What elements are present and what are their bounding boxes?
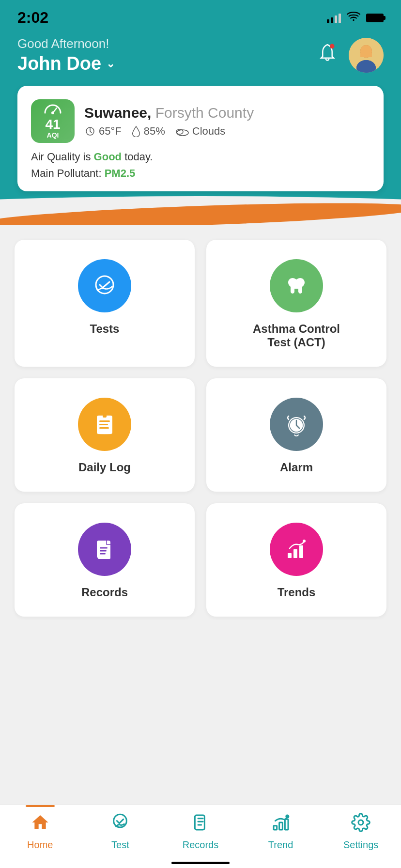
tests-icon <box>78 259 131 312</box>
aqi-gauge-icon <box>43 103 62 117</box>
alarm-label: Alarm <box>280 461 313 474</box>
svg-point-8 <box>51 111 54 114</box>
aqi-number: 41 <box>45 118 60 131</box>
svg-rect-14 <box>99 420 110 422</box>
tests-card[interactable]: Tests <box>15 240 195 367</box>
records-card[interactable]: Records <box>15 503 195 617</box>
user-name[interactable]: John Doe ⌄ <box>17 53 115 74</box>
svg-rect-16 <box>99 427 109 429</box>
home-icon <box>31 813 50 837</box>
svg-point-28 <box>303 540 306 542</box>
nav-test-label: Test <box>111 839 129 851</box>
records-nav-icon <box>191 813 210 837</box>
aqi-card-top: 41 AQI Suwanee, Forsyth County 65°F 85% <box>31 99 370 143</box>
svg-rect-17 <box>103 414 107 418</box>
nav-records-label: Records <box>183 839 218 851</box>
header: Good Afternoon! John Doe ⌄ <box>0 31 401 74</box>
wifi-icon <box>347 11 360 25</box>
settings-icon <box>351 813 370 837</box>
svg-rect-31 <box>279 822 282 830</box>
svg-rect-27 <box>299 545 303 558</box>
greeting-text: Good Afternoon! <box>17 36 115 51</box>
asthma-icon <box>270 259 323 312</box>
svg-rect-22 <box>100 547 108 549</box>
trends-icon <box>270 523 323 576</box>
svg-rect-30 <box>274 826 277 830</box>
status-bar: 2:02 <box>0 0 401 31</box>
nav-settings[interactable]: Settings <box>321 813 401 851</box>
aqi-quality-text: Air Quality is Good today. <box>31 151 370 163</box>
aqi-card[interactable]: 41 AQI Suwanee, Forsyth County 65°F 85% <box>17 86 384 191</box>
daily-log-card[interactable]: Daily Log <box>15 378 195 492</box>
battery-icon <box>366 14 384 22</box>
home-indicator <box>171 862 230 864</box>
nav-home-label: Home <box>27 839 53 851</box>
aqi-pollutant-text: Main Pollutant: PM2.5 <box>31 167 370 180</box>
alarm-icon <box>270 398 323 451</box>
nav-home[interactable]: Home <box>0 813 80 851</box>
aqi-location-info: Suwanee, Forsyth County 65°F 85% Clouds <box>84 105 254 138</box>
grid-section: Tests Asthma ControlTest (ACT) <box>0 225 401 675</box>
nav-records[interactable]: Records <box>160 813 241 851</box>
aqi-badge: 41 AQI <box>31 99 75 143</box>
status-time: 2:02 <box>17 9 48 27</box>
nav-trend-label: Trend <box>268 839 293 851</box>
humidity: 85% <box>131 125 165 138</box>
svg-rect-29 <box>195 815 204 830</box>
svg-rect-6 <box>360 53 372 57</box>
svg-rect-24 <box>100 553 106 555</box>
trends-card[interactable]: Trends <box>206 503 386 617</box>
header-left: Good Afternoon! John Doe ⌄ <box>17 36 115 74</box>
feature-grid: Tests Asthma ControlTest (ACT) <box>15 240 386 617</box>
header-right <box>318 38 384 73</box>
asthma-card[interactable]: Asthma ControlTest (ACT) <box>206 240 386 367</box>
tests-label: Tests <box>90 322 120 336</box>
trends-label: Trends <box>278 586 316 599</box>
temperature: 65°F <box>84 125 122 138</box>
aqi-city: Suwanee, Forsyth County <box>84 105 254 121</box>
daily-log-icon <box>78 398 131 451</box>
nav-settings-label: Settings <box>343 839 378 851</box>
nav-active-indicator <box>26 805 55 807</box>
svg-rect-32 <box>285 819 288 830</box>
nav-test[interactable]: Test <box>80 813 161 851</box>
aqi-label: AQI <box>47 131 59 139</box>
avatar[interactable] <box>349 38 384 73</box>
weather-condition: Clouds <box>175 125 225 138</box>
svg-rect-25 <box>288 553 292 558</box>
notification-bell-icon[interactable] <box>318 43 337 68</box>
asthma-label: Asthma ControlTest (ACT) <box>253 322 340 349</box>
svg-point-1 <box>330 44 335 48</box>
records-label: Records <box>81 586 128 599</box>
test-icon <box>110 813 130 837</box>
svg-point-34 <box>358 820 363 825</box>
svg-rect-23 <box>100 550 107 552</box>
daily-log-label: Daily Log <box>78 461 131 474</box>
svg-point-0 <box>353 19 355 21</box>
records-icon <box>78 523 131 576</box>
signal-icon <box>327 13 341 23</box>
status-icons <box>327 11 384 25</box>
nav-trend[interactable]: Trend <box>241 813 321 851</box>
svg-rect-26 <box>293 549 297 558</box>
wave-divider <box>0 196 401 225</box>
trend-nav-icon <box>271 813 291 837</box>
alarm-card[interactable]: Alarm <box>206 378 386 492</box>
svg-rect-15 <box>99 424 108 425</box>
bottom-nav: Home Test Records <box>0 805 401 868</box>
user-dropdown-icon: ⌄ <box>106 58 115 70</box>
aqi-weather: 65°F 85% Clouds <box>84 125 254 138</box>
